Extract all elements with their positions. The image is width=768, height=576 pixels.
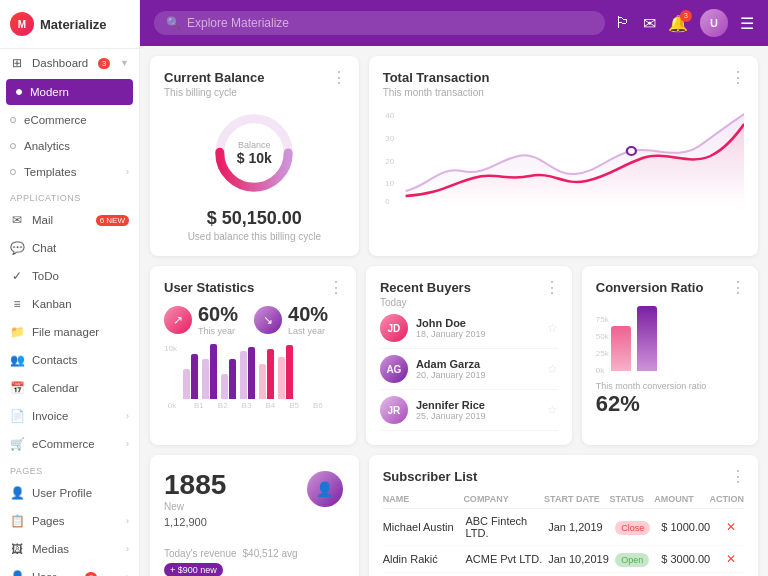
star-icon-2[interactable]: ☆	[547, 362, 558, 376]
buyer-name-2: Adam Garza	[416, 358, 539, 370]
buyer-info-1: John Doe 18, January 2019	[416, 317, 539, 339]
donut-label: Balance $ 10k	[237, 140, 272, 166]
mail-icon: ✉	[10, 213, 24, 227]
ecommerce-app-icon: 🛒	[10, 437, 24, 451]
td-status-1: Close	[615, 521, 657, 533]
sidebar-item-user[interactable]: 👤 User 3 ›	[0, 563, 139, 576]
recent-buyers-card: ⋮ Recent Buyers Today JD John Doe 18, Ja…	[366, 266, 572, 445]
delete-icon-2[interactable]: ✕	[726, 552, 736, 566]
new-clients-card: 1885 New 1,12,900 👤 Total Clients Today'…	[150, 455, 359, 576]
sidebar-item-ecommerce[interactable]: eCommerce	[0, 107, 139, 133]
bar-4a	[240, 351, 247, 399]
sidebar-item-invoice[interactable]: 📄 Invoice ›	[0, 402, 139, 430]
svg-text:10: 10	[385, 179, 394, 187]
svg-text:30: 30	[385, 134, 394, 142]
td-company-2: ACME Pvt LTD.	[465, 553, 544, 565]
th-company: COMPANY	[463, 494, 540, 504]
td-name-1: Michael Austin	[383, 521, 462, 533]
table-row-1: Michael Austin ABC Fintech LTD. Jan 1,20…	[383, 509, 744, 546]
sidebar-item-file-manager[interactable]: 📁 File manager	[0, 318, 139, 346]
pages-icon: 📋	[10, 514, 24, 528]
bar-group-1	[183, 354, 198, 399]
user-chevron: ›	[126, 572, 129, 576]
bar-group-4	[240, 347, 255, 399]
sidebar-item-pages[interactable]: 📋 Pages ›	[0, 507, 139, 535]
td-action-2[interactable]: ✕	[718, 552, 744, 566]
user-profile-label: User Profile	[32, 487, 92, 499]
sidebar-item-analytics[interactable]: Analytics	[0, 133, 139, 159]
transaction-menu[interactable]: ⋮	[730, 68, 746, 87]
sidebar-logo: M Materialize	[0, 0, 139, 49]
sidebar-item-medias[interactable]: 🖼 Medias ›	[0, 535, 139, 563]
conv-y-25: 25k	[596, 349, 609, 358]
bar-group-6	[278, 345, 293, 399]
bar-2a	[202, 359, 209, 399]
conversion-bars	[611, 311, 657, 371]
search-icon: 🔍	[166, 16, 181, 30]
sidebar-item-calendar[interactable]: 📅 Calendar	[0, 374, 139, 402]
app-name: Materialize	[40, 17, 106, 32]
avatar[interactable]: U	[700, 9, 728, 37]
sidebar-item-todo[interactable]: ✓ ToDo	[0, 262, 139, 290]
conv-bar-1	[611, 326, 631, 371]
sidebar-item-chat[interactable]: 💬 Chat	[0, 234, 139, 262]
pages-chevron: ›	[126, 516, 129, 526]
balance-menu[interactable]: ⋮	[331, 68, 347, 87]
flag-icon[interactable]: 🏳	[615, 14, 631, 32]
td-amount-1: $ 1000.00	[661, 521, 714, 533]
templates-chevron: ›	[126, 167, 129, 177]
stat-last-year-value: 40%	[288, 303, 328, 326]
sidebar-item-dashboard[interactable]: ⊞ Dashboard 3 ▼	[0, 49, 139, 77]
sidebar-item-ecommerce-app[interactable]: 🛒 eCommerce ›	[0, 430, 139, 458]
sidebar-item-mail[interactable]: ✉ Mail 6 NEW	[0, 206, 139, 234]
sidebar-item-kanban[interactable]: ≡ Kanban	[0, 290, 139, 318]
td-action-1[interactable]: ✕	[718, 520, 744, 534]
buyer-date-1: 18, January 2019	[416, 329, 539, 339]
buyers-menu[interactable]: ⋮	[544, 278, 560, 297]
donut-label-top: Balance	[237, 140, 272, 150]
buyer-item-3: JR Jennifer Rice 25, January 2019 ☆	[380, 390, 558, 431]
svg-text:0: 0	[385, 197, 389, 205]
star-icon-1[interactable]: ☆	[547, 321, 558, 335]
chat-label: Chat	[32, 242, 56, 254]
stats-menu[interactable]: ⋮	[328, 278, 344, 297]
notification-icon[interactable]: 🔔 3	[668, 14, 688, 33]
total-transaction-card: ⋮ Total Transaction This month transacti…	[369, 56, 758, 256]
row-2: ⋮ User Statistics ↗ 60% This year ↘ 40%	[150, 266, 758, 445]
search-input[interactable]	[187, 16, 593, 30]
td-status-2: Open	[615, 553, 657, 565]
sidebar-item-templates[interactable]: Templates ›	[0, 159, 139, 185]
invoice-chevron: ›	[126, 411, 129, 421]
bar-group-2	[202, 344, 217, 399]
search-bar[interactable]: 🔍	[154, 11, 605, 35]
stat-last-year-label: Last year	[288, 326, 328, 336]
conv-bar-2	[637, 306, 657, 371]
balance-subtitle: This billing cycle	[164, 87, 345, 98]
mail-label: Mail	[32, 214, 53, 226]
conversion-value: 62%	[596, 391, 744, 417]
stat-last-year-info: 40% Last year	[288, 303, 328, 336]
content: ⋮ Current Balance This billing cycle	[140, 46, 768, 576]
bar-x-b6: B6	[313, 401, 323, 410]
subscriber-list-card: ⋮ Subscriber List NAME COMPANY START DAT…	[369, 455, 758, 576]
th-date: START DATE	[544, 494, 605, 504]
sidebar-item-contacts[interactable]: 👥 Contacts	[0, 346, 139, 374]
subscriber-menu[interactable]: ⋮	[730, 467, 746, 486]
stat-this-year-label: This year	[198, 326, 238, 336]
todo-label: ToDo	[32, 270, 59, 282]
medias-label: Medias	[32, 543, 69, 555]
sidebar-item-modern[interactable]: Modern	[6, 79, 133, 105]
header: 🔍 🏳 ✉ 🔔 3 U ☰	[140, 0, 768, 46]
section-applications: APPLICATIONS	[0, 185, 139, 206]
menu-icon[interactable]: ☰	[740, 14, 754, 33]
buyers-title: Recent Buyers	[380, 280, 558, 295]
conversion-menu[interactable]: ⋮	[730, 278, 746, 297]
star-icon-3[interactable]: ☆	[547, 403, 558, 417]
transaction-svg: 40 30 20 10 0	[383, 106, 744, 206]
stats-row: ↗ 60% This year ↘ 40% Last year	[164, 303, 342, 336]
transaction-chart: 40 30 20 10 0	[383, 106, 744, 206]
delete-icon-1[interactable]: ✕	[726, 520, 736, 534]
email-icon[interactable]: ✉	[643, 14, 656, 33]
buyers-period: Today	[380, 297, 558, 308]
sidebar-item-user-profile[interactable]: 👤 User Profile	[0, 479, 139, 507]
